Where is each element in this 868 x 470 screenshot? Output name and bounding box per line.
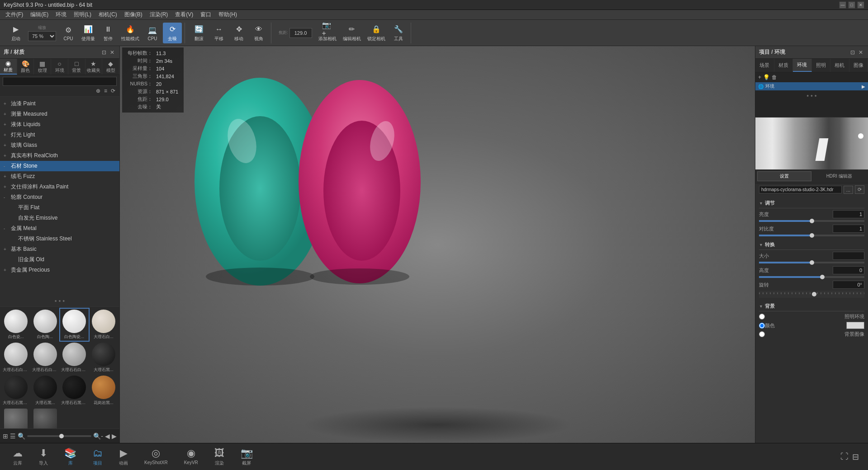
move-button[interactable]: ✥ 移动 [229,23,248,43]
menu-view[interactable]: 查看(V) [171,10,197,19]
pan-button[interactable]: ↔ 平移 [209,23,228,43]
edit-camera-button[interactable]: ✏ 编辑相机 [340,23,364,43]
bb-tab-keyshotxr[interactable]: ◎ KeyShotXR [141,446,171,468]
tree-item-contour[interactable]: -轮廓 Contour [0,192,119,202]
maximize-button[interactable]: □ [848,1,855,9]
brightness-slider[interactable] [759,220,864,222]
minimize-button[interactable]: — [839,1,846,9]
bb-tab-library[interactable]: 📚 库 [61,446,80,468]
tab-model[interactable]: ◆模型 [102,59,119,75]
rt-tab-env[interactable]: 环境 [793,59,812,72]
tab-color[interactable]: 🎨颜色 [17,59,34,75]
lock-camera-button[interactable]: 🔒 锁定相机 [365,23,388,43]
color-swatch[interactable] [846,322,864,329]
start-button[interactable]: ▶ 启动 [6,23,25,43]
tree-item-precious[interactable]: +贵金属 Precious [0,265,119,275]
tree-item-light[interactable]: +灯光 Light [0,130,119,140]
search-input[interactable] [3,77,117,86]
left-panel-close-btn[interactable]: ✕ [109,49,116,56]
tree-item-paint[interactable]: +油漆 Paint [0,99,119,109]
menu-edit[interactable]: 编辑(E) [27,10,52,19]
thumb-white-ceramic3[interactable]: 白色陶瓷... [60,309,89,341]
tree-item-stone[interactable]: -石材 Stone [0,161,119,171]
tab-bg[interactable]: □背景 [68,59,85,75]
menu-file[interactable]: 文件(F) [2,10,27,19]
bb-tab-project[interactable]: 🗂 项目 [89,446,106,468]
fullscreen-btn[interactable]: ⛶ [840,452,849,461]
bg-radio-image[interactable] [759,331,765,337]
file-refresh-btn[interactable]: ⟳ [855,185,864,194]
thumb-marble-black[interactable]: 大理石黑... [90,342,118,374]
bb-tab-keyvr[interactable]: ◉ KeyVR [180,446,202,468]
menu-camera[interactable]: 相机(C) [95,10,121,19]
tab-material[interactable]: ◉材质 [0,59,17,75]
tools-button[interactable]: 🔧 工具 [389,23,408,43]
bb-tab-animation[interactable]: ▶ 动画 [115,446,132,468]
height-slider[interactable] [759,276,864,278]
rt-tab-scene[interactable]: 场景 [755,59,774,72]
rotation-input[interactable] [833,281,864,289]
env-delete-btn[interactable]: 🗑 [772,74,777,80]
bg-radio-color[interactable] [759,323,765,329]
lp-next-btn[interactable]: ▶ [112,432,117,440]
env-light-btn[interactable]: 💡 [763,74,770,80]
add-camera-button[interactable]: 📷+ 添加相机 [316,23,339,43]
tumble-button[interactable]: 🔄 翻滚 [190,23,209,43]
size-slider[interactable] [759,262,864,263]
menu-window[interactable]: 窗口 [197,10,215,19]
size-input[interactable]: 1063毫米 [833,252,864,260]
tree-item-liquids[interactable]: +液体 Liquids [0,119,119,130]
bb-tab-render[interactable]: 🖼 渲染 [211,446,228,468]
usage-button[interactable]: 📊 使用量 [79,23,98,43]
tab-texture[interactable]: ▦纹理 [34,59,51,75]
rt-tab-camera[interactable]: 相机 [830,59,849,72]
env-item-environment[interactable]: 🌐 环境 ▶ [755,82,868,90]
lp-grid-btn[interactable]: ⊞ [3,432,8,440]
rotation-slider-bar[interactable] [759,291,864,298]
bg-radio-lighting[interactable] [759,314,765,320]
rt-tab-image[interactable]: 图像 [849,59,868,72]
thumb-marble-b1[interactable]: 大理石石黑色... [2,375,30,407]
search-add-btn[interactable]: ⊕ [95,87,102,94]
tree-item-measured[interactable]: +测量 Measured [0,109,119,119]
right-panel-float-btn[interactable]: ⊡ [849,49,856,56]
view-button[interactable]: 👁 视角 [249,23,268,43]
height-input[interactable] [833,266,864,274]
tree-item-basic[interactable]: +基本 Basic [0,244,119,254]
bb-tab-import[interactable]: ⬇ 导入 [35,446,52,468]
tab-favorites[interactable]: ★收藏夹 [85,59,103,75]
right-panel-close-btn[interactable]: ✕ [857,49,864,56]
lp-prev-btn[interactable]: ◀ [105,432,110,440]
bb-tab-cloud[interactable]: ☁ 云库 [9,446,26,468]
menu-image[interactable]: 图像(B) [121,10,146,19]
lp-list-btn[interactable]: ☰ [10,432,16,440]
contrast-input[interactable] [833,225,864,233]
menu-env[interactable]: 环境 [52,10,70,19]
thumb-granite-b1[interactable]: 花岗岩岩黑... [2,408,30,428]
thumb-marble-w1[interactable]: 大理石石白色... [2,342,30,374]
menu-help[interactable]: 帮助(H) [215,10,241,19]
tree-item-emissive[interactable]: 自发光 Emissive [0,213,119,223]
lp-search-btn[interactable]: 🔍 [18,432,25,440]
tree-item-stainless[interactable]: 不锈钢 Stainless Steel [0,234,119,244]
cpu-button[interactable]: ⚙ CPU [59,23,78,42]
env-sub-hdri[interactable]: HDRI 编辑器 [812,171,867,181]
lp-zoom-out-btn[interactable]: 🔍- [93,432,103,440]
env-add-btn[interactable]: + [758,74,761,80]
tab-env[interactable]: ○环境 [51,59,68,75]
bb-tab-screenshot[interactable]: 📷 截屏 [237,446,256,468]
viewport[interactable] [120,46,755,443]
lp-size-slider[interactable] [27,435,91,437]
tree-item-glass[interactable]: +玻璃 Glass [0,140,119,150]
denoise-button[interactable]: ⟳ 去噪 [163,23,182,43]
menu-lighting[interactable]: 照明(L) [70,10,95,19]
zoom-select[interactable]: 75 %50 %100 % [28,31,56,41]
search-refresh-btn[interactable]: ⟳ [109,87,117,94]
thumb-marble-b3[interactable]: 大理石石黑色... [60,375,89,407]
thumb-marble-w3[interactable]: 大理石石白色... [60,342,89,374]
tree-item-metal[interactable]: -金属 Metal [0,223,119,234]
contrast-slider[interactable] [759,235,864,236]
left-panel-float-btn[interactable]: ⊡ [100,49,108,56]
viewport-canvas[interactable] [120,46,755,443]
thumb-granite-black[interactable]: 花岗岩黑... [90,375,118,407]
